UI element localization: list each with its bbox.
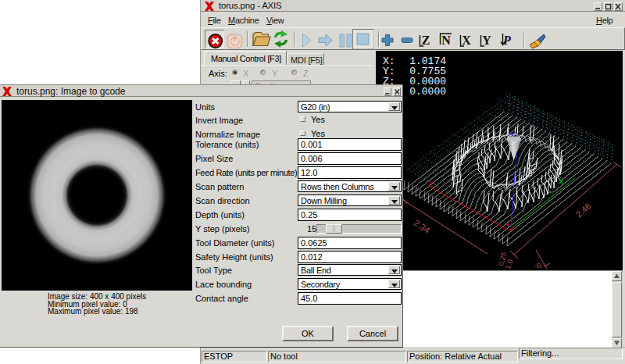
svg-text:X: X xyxy=(462,34,471,47)
svg-text:Y: Y xyxy=(482,34,491,47)
svg-text:2.46: 2.46 xyxy=(574,201,593,219)
svg-text:P: P xyxy=(502,34,511,47)
svg-text:Z: Z xyxy=(422,34,430,47)
svg-text:-0.: -0. xyxy=(534,262,543,269)
svg-text:2.34: 2.34 xyxy=(412,218,432,235)
svg-text:Y: Y xyxy=(429,180,434,189)
svg-text:N: N xyxy=(441,34,451,47)
svg-text:0.0000: 0.0000 xyxy=(409,86,446,98)
svg-text:X: X xyxy=(559,177,564,187)
